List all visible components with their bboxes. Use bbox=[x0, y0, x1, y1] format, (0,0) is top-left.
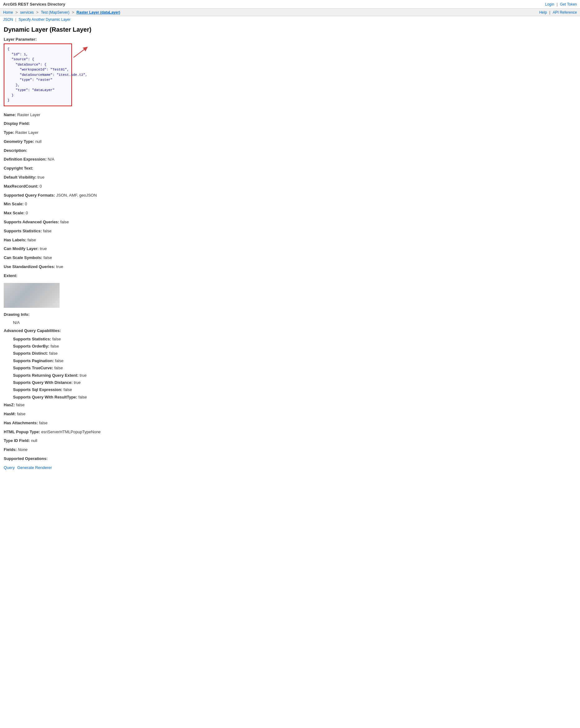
layer-param-label: Layer Parameter: bbox=[4, 37, 576, 42]
field-hasz-label: HasZ: bbox=[4, 402, 15, 407]
breadcrumb-mapserver[interactable]: Test (MapServer) bbox=[41, 10, 70, 15]
help-link[interactable]: Help bbox=[540, 10, 547, 15]
login-link[interactable]: Login bbox=[545, 2, 554, 6]
field-max-record-count: MaxRecordCount: 0 bbox=[4, 182, 576, 191]
breadcrumb-sep3: > bbox=[72, 10, 74, 15]
top-bar-links: Login | Get Token bbox=[545, 2, 577, 6]
layer-param-box: { "id": 1, "source": { "dataSource": { "… bbox=[4, 44, 72, 106]
field-adv-query-caps: Advanced Query Capabilities: bbox=[4, 327, 576, 335]
field-copyright: Copyright Text: bbox=[4, 164, 576, 173]
drawing-info-text: N/A bbox=[13, 320, 20, 325]
field-fields-value: None bbox=[18, 447, 28, 452]
list-item: Supports Returning Query Extent: true bbox=[13, 372, 576, 379]
field-type-id: Type ID Field: null bbox=[4, 436, 576, 445]
field-max-scale: Max Scale: 0 bbox=[4, 209, 576, 218]
field-default-vis-label: Default Visibility: bbox=[4, 175, 36, 180]
field-supports-stats-value: false bbox=[43, 229, 51, 233]
field-std-queries-label: Use Standardized Queries: bbox=[4, 264, 55, 269]
field-min-scale: Min Scale: 0 bbox=[4, 200, 576, 209]
field-min-scale-value: 0 bbox=[25, 202, 27, 206]
list-item: Supports Distinct: false bbox=[13, 350, 576, 357]
field-name: Name: Raster Layer bbox=[4, 110, 576, 120]
field-can-scale-label: Can Scale Symbols: bbox=[4, 255, 42, 260]
field-query-formats-value: JSON, AMF, geoJSON bbox=[56, 193, 97, 198]
field-type-value: Raster Layer bbox=[15, 130, 38, 135]
supported-op-link[interactable]: Generate Renderer bbox=[17, 465, 52, 470]
field-fields: Fields: None bbox=[4, 445, 576, 454]
drawing-info-value: N/A bbox=[4, 319, 576, 326]
extent-map-image bbox=[4, 283, 60, 308]
supported-op-link[interactable]: Query bbox=[4, 465, 15, 470]
field-html-popup: HTML Popup Type: esriServerHTMLPopupType… bbox=[4, 428, 576, 437]
field-name-label: Name: bbox=[4, 112, 16, 117]
info-table: Name: Raster Layer Display Field: Type: … bbox=[4, 110, 576, 470]
field-query-formats-label: Supported Query Formats: bbox=[4, 193, 55, 198]
sub-sep: | bbox=[15, 18, 16, 22]
sub-links: JSON | Specify Another Dynamic Layer bbox=[0, 16, 580, 23]
field-html-popup-value: esriServerHTMLPopupTypeNone bbox=[41, 430, 101, 434]
field-supports-stats-label: Supports Statistics: bbox=[4, 229, 42, 233]
field-adv-query-caps-label: Advanced Query Capabilities: bbox=[4, 328, 61, 333]
field-query-formats: Supported Query Formats: JSON, AMF, geoJ… bbox=[4, 191, 576, 200]
field-drawing-info: Drawing Info: bbox=[4, 310, 576, 319]
field-default-visibility: Default Visibility: true bbox=[4, 173, 576, 182]
list-item: Supports TrueCurve: false bbox=[13, 364, 576, 371]
breadcrumb: Home > services > Test (MapServer) > Ras… bbox=[3, 10, 120, 15]
field-def-expr-label: Definition Expression: bbox=[4, 157, 47, 161]
field-hasm-value: false bbox=[17, 412, 25, 416]
field-extent: Extent: bbox=[4, 271, 576, 281]
top-bar: ArcGIS REST Services Directory Login | G… bbox=[0, 0, 580, 9]
field-can-modify: Can Modify Layer: true bbox=[4, 244, 576, 254]
field-html-popup-label: HTML Popup Type: bbox=[4, 430, 40, 434]
field-type: Type: Raster Layer bbox=[4, 128, 576, 137]
field-hasm: HasM: false bbox=[4, 410, 576, 419]
field-has-labels-label: Has Labels: bbox=[4, 238, 26, 242]
adv-query-caps-list: Supports Statistics: falseSupports Order… bbox=[4, 335, 576, 401]
breadcrumb-services[interactable]: services bbox=[20, 10, 34, 15]
field-geometry-type: Geometry Type: null bbox=[4, 137, 576, 146]
page-title: Dynamic Layer (Raster Layer) bbox=[4, 26, 576, 33]
help-sep: | bbox=[549, 10, 550, 15]
sep1: | bbox=[557, 2, 558, 6]
field-copyright-label: Copyright Text: bbox=[4, 166, 33, 171]
field-has-attach-label: Has Attachments: bbox=[4, 420, 38, 425]
field-adv-queries-label: Supports Advanced Queries: bbox=[4, 219, 59, 224]
supported-ops-links: QueryGenerate Renderer bbox=[4, 465, 576, 470]
field-max-record-label: MaxRecordCount: bbox=[4, 184, 38, 188]
field-has-labels: Has Labels: false bbox=[4, 236, 576, 245]
field-adv-queries-value: false bbox=[60, 219, 68, 224]
get-token-link[interactable]: Get Token bbox=[560, 2, 577, 6]
breadcrumb-home[interactable]: Home bbox=[3, 10, 13, 15]
field-drawing-info-label: Drawing Info: bbox=[4, 312, 29, 317]
field-extent-label: Extent: bbox=[4, 273, 18, 278]
field-description: Description: bbox=[4, 146, 576, 155]
field-hasz: HasZ: false bbox=[4, 401, 576, 410]
layer-param-code: { "id": 1, "source": { "dataSource": { "… bbox=[4, 44, 72, 106]
field-standardized-queries: Use Standardized Queries: true bbox=[4, 262, 576, 271]
field-hasm-label: HasM: bbox=[4, 412, 16, 416]
field-display-field: Display Field: bbox=[4, 119, 576, 128]
field-max-record-value: 0 bbox=[40, 184, 42, 188]
field-supported-ops-label: Supported Operations: bbox=[4, 456, 48, 461]
list-item: Supports Query With Distance: true bbox=[13, 379, 576, 386]
app-title: ArcGIS REST Services Directory bbox=[3, 2, 65, 6]
field-supported-ops: Supported Operations: bbox=[4, 454, 576, 463]
breadcrumb-current: Raster Layer (dataLayer) bbox=[77, 10, 120, 15]
field-can-scale: Can Scale Symbols: false bbox=[4, 254, 576, 262]
field-type-id-value: null bbox=[31, 438, 37, 443]
field-display-label: Display Field: bbox=[4, 121, 30, 126]
specify-link[interactable]: Specify Another Dynamic Layer bbox=[19, 18, 71, 22]
field-geometry-value: null bbox=[35, 139, 42, 144]
breadcrumb-bar: Home > services > Test (MapServer) > Ras… bbox=[0, 9, 580, 16]
api-reference-link[interactable]: API Reference bbox=[553, 10, 577, 15]
field-can-scale-value: false bbox=[44, 255, 52, 260]
field-has-labels-value: false bbox=[28, 238, 36, 242]
field-can-modify-value: true bbox=[40, 246, 47, 251]
field-def-expr-value: N/A bbox=[48, 157, 55, 161]
field-has-attachments: Has Attachments: false bbox=[4, 419, 576, 428]
field-can-modify-label: Can Modify Layer: bbox=[4, 246, 39, 251]
json-link[interactable]: JSON bbox=[3, 18, 13, 22]
main-content: Dynamic Layer (Raster Layer) Layer Param… bbox=[0, 23, 580, 473]
field-def-expr: Definition Expression: N/A bbox=[4, 155, 576, 164]
breadcrumb-sep1: > bbox=[16, 10, 18, 15]
